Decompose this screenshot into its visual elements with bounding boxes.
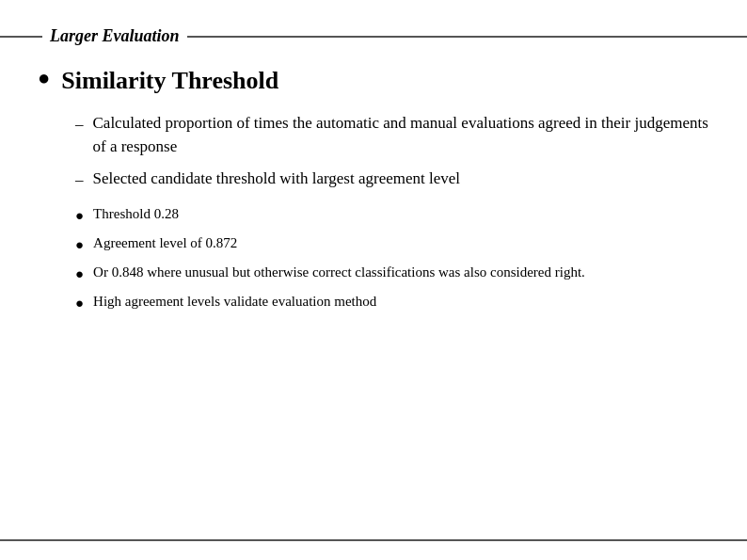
slide-container: Larger Evaluation ● Similarity Threshold… xyxy=(0,0,747,560)
nested-dot-1: ● xyxy=(75,206,84,226)
main-bullet: ● Similarity Threshold xyxy=(38,66,719,95)
slide-content: ● Similarity Threshold – Calculated prop… xyxy=(38,66,719,522)
sub-items: – Calculated proportion of times the aut… xyxy=(75,112,719,191)
top-rule-left xyxy=(0,36,42,38)
bottom-rule xyxy=(0,539,747,541)
slide-title: Larger Evaluation xyxy=(42,26,187,46)
main-bullet-dot: ● xyxy=(38,68,50,88)
nested-text-2: Agreement level of 0.872 xyxy=(93,233,237,254)
nested-item-3: ● Or 0.848 where unusual but otherwise c… xyxy=(75,263,719,284)
nested-dot-3: ● xyxy=(75,264,84,284)
nested-dot-2: ● xyxy=(75,235,84,255)
nested-dot-4: ● xyxy=(75,294,84,313)
nested-bullets: ● Threshold 0.28 ● Agreement level of 0.… xyxy=(75,204,719,313)
sub-item-1: – Calculated proportion of times the aut… xyxy=(75,112,719,158)
nested-item-4: ● High agreement levels validate evaluat… xyxy=(75,292,719,313)
nested-item-2: ● Agreement level of 0.872 xyxy=(75,233,719,255)
sub-item-1-dash: – xyxy=(75,113,84,136)
nested-text-4: High agreement levels validate evaluatio… xyxy=(93,292,376,312)
top-rule-area: Larger Evaluation xyxy=(0,26,747,46)
sub-item-2-dash: – xyxy=(75,168,84,191)
nested-item-1: ● Threshold 0.28 xyxy=(75,204,719,226)
main-bullet-label: Similarity Threshold xyxy=(61,66,278,95)
sub-item-2-text: Selected candidate threshold with larges… xyxy=(93,168,461,191)
top-rule-right xyxy=(187,36,747,38)
nested-text-1: Threshold 0.28 xyxy=(93,204,179,225)
nested-text-3: Or 0.848 where unusual but otherwise cor… xyxy=(93,263,585,283)
sub-item-2: – Selected candidate threshold with larg… xyxy=(75,168,719,191)
sub-item-1-text: Calculated proportion of times the autom… xyxy=(93,112,720,158)
